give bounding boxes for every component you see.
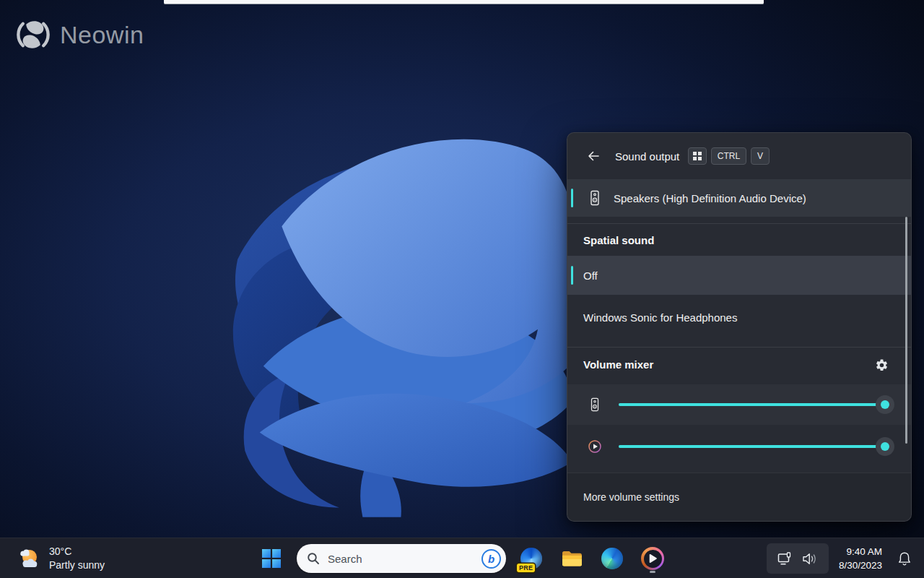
edge-icon <box>601 548 623 569</box>
media-player-volume-slider-row <box>567 426 911 467</box>
volume-icon <box>801 551 818 567</box>
tray-date: 8/30/2023 <box>839 558 882 572</box>
weather-widget[interactable]: 30°C Partly sunny <box>10 542 110 575</box>
footer-label: More volume settings <box>583 491 679 503</box>
system-volume-slider[interactable] <box>619 403 890 406</box>
flyout-header: Sound output CTRL V <box>567 133 911 179</box>
media-player-icon <box>641 547 664 570</box>
back-button[interactable] <box>582 144 605 168</box>
slider-fill <box>619 445 890 448</box>
pre-badge: PRE <box>517 564 535 572</box>
search-icon <box>307 552 320 565</box>
ctrl-key-badge: CTRL <box>711 147 746 165</box>
neowin-logo-icon <box>16 17 51 52</box>
bell-icon <box>897 551 912 566</box>
speaker-device-icon <box>588 190 602 206</box>
spatial-option-windows-sonic[interactable]: Windows Sonic for Headphones <box>567 298 911 337</box>
divider <box>567 347 911 348</box>
network-display-icon <box>777 551 793 567</box>
more-volume-settings-link[interactable]: More volume settings <box>567 473 911 521</box>
windows-key-icon <box>688 147 707 165</box>
slider-fill <box>619 403 890 406</box>
gear-icon <box>875 358 889 372</box>
option-label: Windows Sonic for Headphones <box>583 311 737 324</box>
file-explorer-icon <box>561 549 583 568</box>
system-volume-slider-row <box>567 384 911 425</box>
v-key-badge: V <box>751 147 770 165</box>
shortcut-hint: CTRL V <box>688 147 770 165</box>
speaker-icon <box>587 397 603 412</box>
slider-thumb[interactable] <box>876 395 894 414</box>
taskbar-app-file-explorer[interactable] <box>557 543 587 574</box>
flyout-scrollbar[interactable] <box>905 217 907 444</box>
slider-thumb[interactable] <box>876 437 894 456</box>
flyout-title: Sound output <box>615 150 679 163</box>
bing-chat-icon[interactable]: b <box>481 549 501 569</box>
media-player-icon <box>587 439 603 454</box>
spatial-option-off[interactable]: Off <box>567 256 911 295</box>
running-app-indicator <box>650 571 655 573</box>
neowin-wordmark: Neowin <box>60 21 144 49</box>
search-placeholder: Search <box>328 553 362 565</box>
notifications-button[interactable] <box>892 543 917 574</box>
search-input[interactable]: Search b <box>297 544 506 573</box>
background-window-edge[interactable] <box>164 0 764 4</box>
taskbar-app-media-player[interactable] <box>637 543 668 574</box>
output-device-label: Speakers (High Definition Audio Device) <box>614 192 806 204</box>
windows-bloom-wallpaper <box>193 116 576 517</box>
weather-texts: 30°C Partly sunny <box>49 545 105 572</box>
volume-mixer-header: Volume mixer <box>583 358 653 371</box>
taskbar-app-edge-dev[interactable]: PRE <box>516 543 546 574</box>
windows-start-icon <box>262 549 281 568</box>
taskbar-app-edge[interactable] <box>597 543 627 574</box>
taskbar-center: Search b PRE <box>256 538 668 578</box>
weather-temperature: 30°C <box>49 545 105 558</box>
quick-settings-button[interactable] <box>767 543 829 574</box>
tray-time: 9:40 AM <box>846 545 882 558</box>
spatial-sound-header: Spatial sound <box>583 234 654 246</box>
volume-mixer-settings-button[interactable] <box>871 354 892 376</box>
neowin-logo: Neowin <box>16 17 144 52</box>
taskbar: 30°C Partly sunny Search <box>0 538 924 578</box>
clock[interactable]: 9:40 AM 8/30/2023 <box>836 543 885 574</box>
start-button[interactable] <box>256 543 287 574</box>
sound-output-flyout: Sound output CTRL V Speakers (High Defin… <box>567 132 912 522</box>
selected-accent-bar <box>571 189 573 207</box>
media-player-volume-slider[interactable] <box>619 445 890 448</box>
back-arrow-icon <box>586 149 601 163</box>
system-tray: 9:40 AM 8/30/2023 <box>767 538 917 578</box>
weather-condition: Partly sunny <box>49 558 105 572</box>
partly-sunny-icon <box>16 546 42 571</box>
option-label: Off <box>583 269 598 282</box>
divider <box>567 223 911 224</box>
edge-dev-icon: PRE <box>520 548 542 569</box>
output-device-row[interactable]: Speakers (High Definition Audio Device) <box>567 179 911 217</box>
flyout-scroll-area: Spatial sound Off Windows Sonic for Head… <box>567 217 911 474</box>
selected-accent-bar <box>571 266 573 285</box>
